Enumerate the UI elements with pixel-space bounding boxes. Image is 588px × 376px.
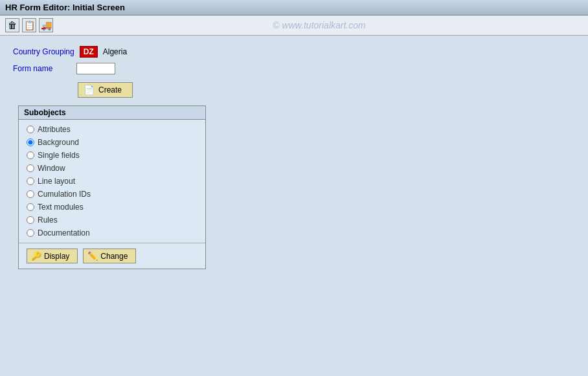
text-modules-radio[interactable] [27,203,34,211]
list-item[interactable]: Attributes [27,125,198,134]
line-layout-label: Line layout [38,177,75,186]
list-item[interactable]: Single fields [27,151,198,160]
subobjects-buttons: 🔑 Display ✏️ Change [19,243,205,269]
window-radio[interactable] [27,164,34,172]
create-button-label: Create [98,85,122,94]
title-bar: HR Form Editor: Initial Screen [0,0,588,16]
list-item[interactable]: Window [27,164,198,173]
toolbar: 🗑 📋 🚚 © www.tutorialkart.com [0,16,588,36]
background-radio[interactable] [27,138,34,146]
form-name-label: Form name [13,64,71,73]
transport-button[interactable]: 🚚 [39,18,53,32]
attributes-label: Attributes [38,125,71,134]
form-name-row: Form name [13,63,575,74]
subobjects-list: Attributes Background Single fields Wind… [19,120,205,243]
copy-button[interactable]: 📋 [22,18,36,32]
list-item[interactable]: Cumulation IDs [27,190,198,199]
display-icon: 🔑 [31,251,41,261]
change-icon: ✏️ [87,251,98,261]
cumulation-ids-label: Cumulation IDs [38,190,91,199]
display-button[interactable]: 🔑 Display [27,249,78,263]
country-name: Algeria [103,47,127,56]
list-item[interactable]: Rules [27,216,198,225]
rules-label: Rules [38,216,58,225]
documentation-radio[interactable] [27,229,34,237]
list-item[interactable]: Text modules [27,203,198,212]
create-btn-area: 📄 Create [13,82,575,98]
main-content: Country Grouping DZ Algeria Form name 📄 … [0,36,588,280]
text-modules-label: Text modules [38,203,84,212]
subobjects-title: Subobjects [19,106,205,120]
country-code[interactable]: DZ [80,46,98,58]
single-fields-label: Single fields [38,151,80,160]
documentation-label: Documentation [38,228,90,238]
list-item[interactable]: Background [27,138,198,147]
form-name-input[interactable] [76,63,115,74]
single-fields-radio[interactable] [27,151,34,159]
attributes-radio[interactable] [27,126,34,133]
country-grouping-row: Country Grouping DZ Algeria [13,46,575,58]
country-grouping-label: Country Grouping [13,47,74,56]
create-button[interactable]: 📄 Create [78,82,133,98]
window-label: Window [38,164,65,173]
rules-radio[interactable] [27,216,34,224]
cumulation-ids-radio[interactable] [27,190,34,198]
change-button[interactable]: ✏️ Change [83,249,136,263]
list-item[interactable]: Documentation [27,228,198,238]
watermark-text: © www.tutorialkart.com [56,20,583,30]
change-label: Change [100,252,128,261]
display-label: Display [44,252,69,261]
list-item[interactable]: Line layout [27,177,198,186]
subobjects-panel: Subobjects Attributes Background Single … [18,105,206,269]
line-layout-radio[interactable] [27,177,34,185]
title-text: HR Form Editor: Initial Screen [5,3,125,12]
background-label: Background [38,138,79,147]
delete-button[interactable]: 🗑 [5,18,19,32]
create-icon: 📄 [84,85,95,95]
